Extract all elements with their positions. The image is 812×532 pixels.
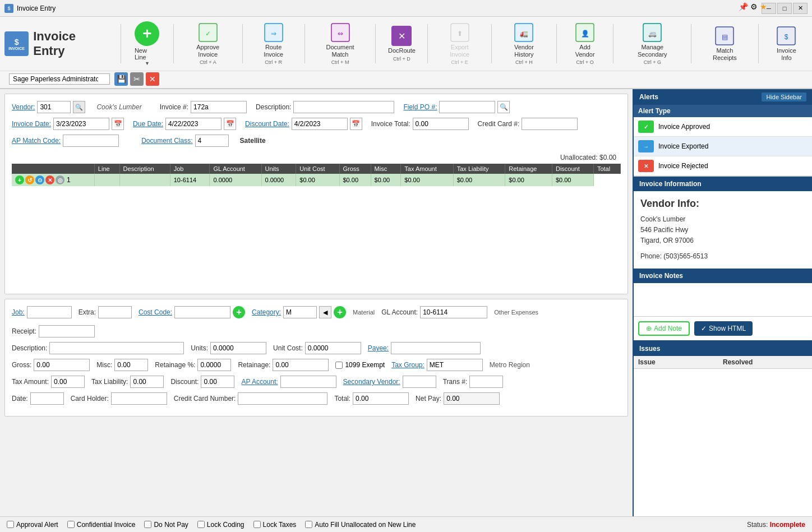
pin-icon[interactable]: 📌	[739, 2, 748, 11]
manage-secondary-button[interactable]: 🚐 Manage Secondary Ctrl + G	[620, 20, 684, 67]
save-icon[interactable]: 💾	[114, 72, 128, 86]
row-view-btn[interactable]: ⊙	[35, 175, 44, 184]
settings-icon[interactable]: ⚙	[750, 2, 758, 11]
close-icon[interactable]: ✕	[146, 72, 159, 86]
description-field: Description:	[256, 101, 394, 113]
credit-card-input[interactable]	[522, 118, 578, 130]
discount-date-label[interactable]: Discount Date:	[245, 120, 289, 128]
manage-secondary-icon: 🚐	[642, 22, 662, 43]
document-class-input[interactable]	[195, 135, 229, 147]
approval-alert-checkbox[interactable]: Approval Alert	[7, 521, 58, 529]
category-label[interactable]: Category:	[252, 308, 281, 316]
row-info-btn[interactable]: ◎	[56, 175, 64, 184]
tax-group-input[interactable]	[427, 359, 483, 371]
retainage-input[interactable]	[273, 359, 329, 371]
due-date-cal[interactable]: 📅	[224, 118, 236, 130]
issues-resolved-col: Resolved	[723, 358, 808, 366]
gl-account-input[interactable]	[420, 306, 487, 318]
field-po-input[interactable]	[439, 101, 495, 113]
show-html-button[interactable]: ✓ Show HTML	[694, 321, 753, 336]
date-input[interactable]	[30, 392, 64, 405]
approve-invoice-button[interactable]: ✓ Approve Invoice Ctrl + A	[181, 20, 236, 67]
card-holder-input[interactable]	[111, 392, 167, 405]
units-input[interactable]	[210, 342, 266, 354]
receipt-input[interactable]	[39, 325, 95, 337]
invoice-total-input[interactable]	[413, 118, 469, 130]
trans-num-input[interactable]	[469, 376, 503, 388]
confidential-invoice-checkbox[interactable]: Confidential Invoice	[67, 521, 136, 529]
match-receipts-button[interactable]: ▤ Match Receipts	[698, 24, 751, 64]
hide-sidebar-btn[interactable]: Hide Sidebar	[762, 92, 806, 101]
invoice-date-input[interactable]	[53, 118, 109, 130]
document-class-label[interactable]: Document Class:	[141, 137, 192, 145]
table-row[interactable]: + ↺ ⊙ ✕ ◎ 1 10	[12, 174, 621, 186]
vendor-search-btn[interactable]: 🔍	[73, 101, 85, 113]
grid-empty-area	[12, 186, 621, 287]
job-input[interactable]	[27, 306, 72, 318]
vendor-label[interactable]: Vendor:	[12, 103, 35, 111]
do-not-pay-checkbox[interactable]: Do Not Pay	[144, 521, 188, 529]
secondary-vendor-label[interactable]: Secondary Vendor:	[343, 378, 400, 386]
tax-amount-input[interactable]	[51, 376, 85, 388]
ap-account-label[interactable]: AP Account:	[241, 378, 278, 386]
new-line-button[interactable]: + New Line ▼	[128, 19, 167, 68]
ap-account-input[interactable]	[280, 376, 336, 388]
status-value: Incomplete	[770, 521, 805, 529]
document-match-button[interactable]: ⇔ Document Match Ctrl + M	[312, 20, 369, 67]
field-po-btn[interactable]: 🔍	[497, 101, 510, 113]
description-input[interactable]	[293, 101, 394, 113]
detail-description-input[interactable]	[49, 342, 184, 354]
invoice-date-cal[interactable]: 📅	[112, 118, 124, 130]
export-invoice-button[interactable]: ⬆ Export Invoice Ctrl + E	[435, 20, 485, 67]
field-po-label[interactable]: Field PO #:	[403, 103, 437, 111]
category-search-btn[interactable]: ◀	[319, 306, 331, 318]
tax-group-label[interactable]: Tax Group:	[391, 361, 425, 369]
unit-cost-input[interactable]	[305, 342, 361, 354]
user-select[interactable]: Sage Paperless Administrator	[9, 73, 110, 85]
invoice-num-input[interactable]	[191, 101, 247, 113]
route-invoice-button[interactable]: ⇒ Route Invoice Ctrl + R	[250, 20, 298, 67]
ap-match-code-input[interactable]	[63, 135, 119, 147]
discount-date-input[interactable]	[292, 118, 348, 130]
due-date-label[interactable]: Due Date:	[133, 120, 163, 128]
auto-fill-checkbox[interactable]: Auto Fill Unallocated on New Line	[305, 521, 416, 529]
gross-input[interactable]	[34, 359, 90, 371]
payee-input[interactable]	[391, 342, 481, 354]
star-icon[interactable]: ★	[760, 2, 767, 11]
close-button[interactable]: ✕	[793, 3, 808, 14]
payee-label[interactable]: Payee:	[368, 344, 389, 352]
maximize-button[interactable]: □	[777, 3, 792, 14]
total-input[interactable]	[353, 392, 409, 405]
retainage-pct-input[interactable]	[197, 359, 231, 371]
credit-card-number-input[interactable]	[238, 392, 327, 405]
due-date-input[interactable]	[165, 118, 222, 130]
docroute-button[interactable]: ✕ DocRoute Ctrl + D	[382, 24, 421, 63]
secondary-vendor-input[interactable]	[403, 376, 436, 388]
discount-input[interactable]	[201, 376, 234, 388]
cost-code-add-btn[interactable]: +	[233, 306, 245, 318]
extra-input[interactable]	[98, 306, 132, 318]
net-pay-input[interactable]	[444, 392, 500, 405]
lock-taxes-checkbox[interactable]: Lock Taxes	[253, 521, 297, 529]
edit-icon[interactable]: ✂	[130, 72, 144, 86]
job-label[interactable]: Job:	[12, 308, 25, 316]
ap-match-code-label[interactable]: AP Match Code:	[12, 137, 61, 145]
row-add-btn[interactable]: +	[15, 175, 24, 184]
vendor-input[interactable]	[37, 101, 71, 113]
lock-coding-checkbox[interactable]: Lock Coding	[197, 521, 244, 529]
category-add-btn[interactable]: +	[334, 306, 346, 318]
misc-input[interactable]	[114, 359, 148, 371]
row-refresh-btn[interactable]: ↺	[25, 175, 34, 184]
discount-date-cal[interactable]: 📅	[350, 118, 362, 130]
tax-liability-input[interactable]	[130, 376, 164, 388]
row-delete-btn[interactable]: ✕	[45, 175, 54, 184]
add-vendor-button[interactable]: 👤 Add Vendor Ctrl + O	[564, 20, 607, 67]
cost-code-input[interactable]	[174, 306, 230, 318]
checkbox-1099[interactable]	[335, 362, 343, 369]
vendor-history-button[interactable]: 🚛 Vendor History Ctrl + H	[499, 20, 550, 67]
category-input[interactable]	[283, 306, 317, 318]
invoice-date-label[interactable]: Invoice Date:	[12, 120, 51, 128]
invoice-info-button[interactable]: $ Invoice Info	[765, 24, 808, 64]
add-note-button[interactable]: ⊕ Add Note	[638, 321, 690, 336]
cost-code-label[interactable]: Cost Code:	[139, 308, 172, 316]
